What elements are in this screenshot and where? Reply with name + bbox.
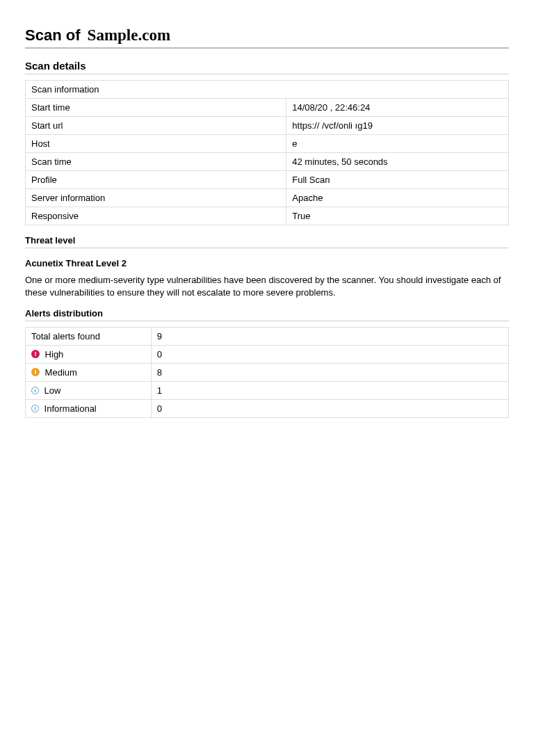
- scan-info-row: ResponsiveTrue: [26, 207, 509, 225]
- scan-info-label: Responsive: [26, 207, 286, 225]
- alerts-severity-cell: ! Medium: [26, 364, 152, 382]
- scan-info-value: 42 minutes, 50 seconds: [286, 153, 509, 171]
- scan-info-label: Start time: [26, 99, 286, 117]
- scan-info-header: Scan information: [26, 81, 509, 99]
- alerts-severity-label: Low: [42, 385, 60, 396]
- scan-info-value: Apache: [286, 189, 509, 207]
- alerts-severity-label: High: [42, 349, 63, 360]
- alerts-total-value: 9: [151, 328, 508, 346]
- scan-target: Sample.com: [88, 26, 170, 44]
- alerts-severity-value: 8: [151, 364, 508, 382]
- severity-medium-icon: !: [31, 368, 40, 376]
- scan-info-row: ProfileFull Scan: [26, 171, 509, 189]
- alerts-severity-label: Medium: [42, 367, 77, 378]
- alerts-severity-value: 0: [151, 346, 508, 364]
- scan-info-row: Server informationApache: [26, 189, 509, 207]
- alerts-severity-cell: ! High: [26, 346, 152, 364]
- alerts-row: i Low1: [26, 382, 509, 400]
- alerts-total-row: Total alerts found 9: [26, 328, 509, 346]
- page-title: Scan of Sample.com: [25, 26, 509, 49]
- scan-info-label: Scan time: [26, 153, 286, 171]
- scan-info-value: e: [286, 135, 509, 153]
- threat-level-heading: Threat level: [25, 235, 509, 248]
- severity-high-icon: !: [31, 350, 40, 358]
- scan-info-label: Host: [26, 135, 286, 153]
- scan-info-label: Profile: [26, 171, 286, 189]
- scan-info-value: https:// /vcf/onli ıg19: [286, 117, 509, 135]
- alerts-severity-label: Informational: [42, 403, 97, 414]
- alerts-severity-value: 0: [151, 400, 508, 418]
- alerts-row: ! High0: [26, 346, 509, 364]
- alerts-severity-cell: i Informational: [26, 400, 152, 418]
- scan-info-value: Full Scan: [286, 171, 509, 189]
- alerts-distribution-heading: Alerts distribution: [25, 308, 509, 321]
- title-prefix: Scan of: [25, 26, 80, 44]
- alerts-severity-cell: i Low: [26, 382, 152, 400]
- severity-info-icon: i: [31, 405, 39, 412]
- scan-info-row: Start time14/08/20 , 22:46:24: [26, 99, 509, 117]
- scan-info-label: Start url: [26, 117, 286, 135]
- scan-info-label: Server information: [26, 189, 286, 207]
- threat-level-title: Acunetix Threat Level 2: [25, 258, 509, 268]
- scan-info-table: Scan information Start time14/08/20 , 22…: [25, 80, 509, 225]
- scan-info-row: Hoste: [26, 135, 509, 153]
- alerts-severity-value: 1: [151, 382, 508, 400]
- threat-level-paragraph: One or more medium-severity type vulnera…: [25, 274, 509, 298]
- scan-info-row: Start urlhttps:// /vcf/onli ıg19: [26, 117, 509, 135]
- scan-info-value: 14/08/20 , 22:46:24: [286, 99, 509, 117]
- scan-details-heading: Scan details: [25, 60, 509, 74]
- scan-info-header-row: Scan information: [26, 81, 509, 99]
- alerts-row: ! Medium8: [26, 364, 509, 382]
- alerts-table: Total alerts found 9 ! High0! Medium8i L…: [25, 327, 509, 418]
- alerts-total-label: Total alerts found: [26, 328, 152, 346]
- scan-info-row: Scan time42 minutes, 50 seconds: [26, 153, 509, 171]
- severity-low-icon: i: [31, 387, 39, 394]
- alerts-row: i Informational0: [26, 400, 509, 418]
- scan-info-value: True: [286, 207, 509, 225]
